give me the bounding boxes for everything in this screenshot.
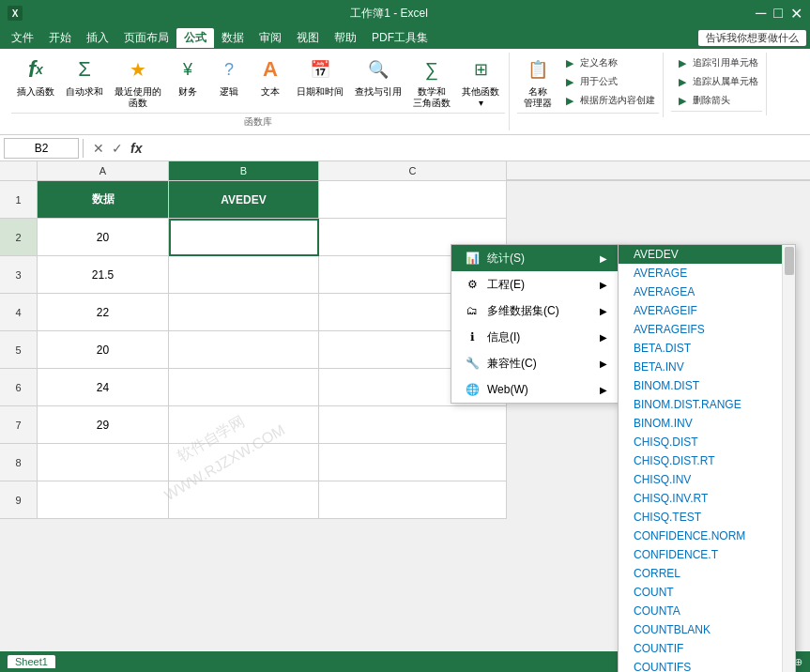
menu-home[interactable]: 开始 (41, 28, 79, 48)
fn-AVEDEV[interactable]: AVEDEV (619, 245, 795, 264)
fn-BINOM.DIST[interactable]: BINOM.DIST (619, 376, 795, 395)
scrollbar[interactable] (782, 245, 795, 672)
lookup-button[interactable]: 🔍 查找与引用 (349, 53, 407, 99)
fn-CORREL[interactable]: CORREL (619, 564, 795, 583)
col-header-B[interactable]: B (169, 161, 319, 180)
fn-CHISQ.TEST[interactable]: CHISQ.TEST (619, 508, 795, 527)
dropdown-compatibility[interactable]: 🔧 兼容性(C) ▶ (451, 350, 619, 376)
cell-A7[interactable]: 29 (38, 406, 169, 444)
col-header-A[interactable]: A (38, 161, 169, 180)
recent-functions-button[interactable]: ★ 最近使用的函数 (109, 53, 167, 111)
cell-A6[interactable]: 24 (38, 369, 169, 406)
cell-A4[interactable]: 22 (38, 294, 169, 331)
menu-formula[interactable]: 公式 (176, 28, 214, 48)
confirm-formula-icon[interactable]: ✓ (110, 141, 125, 156)
math-button[interactable]: ∑ 数学和三角函数 (407, 53, 456, 111)
menu-insert[interactable]: 插入 (79, 28, 116, 48)
use-in-formula-button[interactable]: ▶ 用于公式 (558, 73, 659, 90)
fn-COUNT[interactable]: COUNT (619, 583, 795, 602)
fn-BINOM.DIST.RANGE[interactable]: BINOM.DIST.RANGE (619, 395, 795, 414)
cell-A1[interactable]: 数据 (38, 181, 169, 219)
fn-AVERAGEIFS[interactable]: AVERAGEIFS (619, 320, 795, 339)
cell-C7[interactable] (319, 406, 507, 444)
close-icon[interactable]: ✕ (790, 5, 802, 23)
cell-B9[interactable] (169, 481, 319, 519)
menu-file[interactable]: 文件 (4, 28, 41, 48)
name-box[interactable] (4, 138, 79, 159)
insert-function-formula-icon[interactable]: fx (129, 141, 144, 156)
cell-A5[interactable]: 20 (38, 331, 169, 369)
fn-AVERAGEIF[interactable]: AVERAGEIF (619, 301, 795, 320)
insert-function-button[interactable]: fx 插入函数 (11, 53, 60, 99)
other-functions-button[interactable]: ⊞ 其他函数▾ (456, 53, 505, 111)
maximize-icon[interactable]: □ (773, 5, 783, 23)
fn-CHISQ.INV.RT[interactable]: CHISQ.INV.RT (619, 489, 795, 508)
fn-BETA.DIST[interactable]: BETA.DIST (619, 339, 795, 358)
cell-C9[interactable] (319, 481, 507, 519)
cell-C1[interactable] (319, 181, 507, 219)
fn-COUNTA[interactable]: COUNTA (619, 602, 795, 620)
dropdown-statistics[interactable]: 📊 统计(S) ▶ (451, 245, 619, 271)
fn-BINOM.INV[interactable]: BINOM.INV (619, 414, 795, 433)
logic-button[interactable]: ? 逻辑 (208, 53, 250, 99)
fn-COUNTBLANK[interactable]: COUNTBLANK (619, 620, 795, 639)
minimize-icon[interactable]: ─ (756, 5, 766, 23)
cell-B6[interactable] (169, 369, 319, 406)
menu-page-layout[interactable]: 页面布局 (116, 28, 176, 48)
sheet-tab[interactable]: Sheet1 (8, 655, 55, 668)
trace-dependents-button[interactable]: ▶ 追踪从属单元格 (671, 73, 762, 90)
remove-arrows-button[interactable]: ▶ 删除箭头 (671, 92, 762, 109)
define-name-button[interactable]: ▶ 定义名称 (558, 54, 659, 71)
cell-B2[interactable] (169, 219, 319, 256)
name-manager-button[interactable]: 📋 名称管理器 (517, 53, 558, 111)
cell-B1[interactable]: AVEDEV (169, 181, 319, 219)
cell-A8[interactable] (38, 444, 169, 481)
other-functions-menu[interactable]: 📊 统计(S) ▶ ⚙ 工程(E) ▶ 🗂 多维数据集(C) ▶ ℹ 信息(I) (451, 244, 619, 404)
dropdown-engineering[interactable]: ⚙ 工程(E) ▶ (451, 271, 619, 298)
cell-C8[interactable] (319, 444, 507, 481)
autosum-button[interactable]: Σ 自动求和 (60, 53, 109, 99)
cell-B4[interactable] (169, 294, 319, 331)
grid: 数据 AVEDEV 20 21.5 (38, 181, 507, 519)
fn-CONFIDENCE.NORM[interactable]: CONFIDENCE.NORM (619, 527, 795, 545)
cell-B5[interactable] (169, 331, 319, 369)
menu-help[interactable]: 帮助 (327, 28, 364, 48)
functions-submenu[interactable]: AVEDEV AVERAGE AVERAGEA AVERAGEIF AVERAG… (618, 244, 796, 672)
fn-CHISQ.DIST.RT[interactable]: CHISQ.DIST.RT (619, 451, 795, 470)
fn-AVERAGEA[interactable]: AVERAGEA (619, 283, 795, 301)
cell-B7[interactable] (169, 406, 319, 444)
cell-B3[interactable] (169, 256, 319, 294)
cell-A9[interactable] (38, 481, 169, 519)
fn-CONFIDENCE.T[interactable]: CONFIDENCE.T (619, 545, 795, 564)
menu-review[interactable]: 审阅 (252, 28, 289, 48)
scrollbar-thumb[interactable] (785, 247, 794, 275)
col-header-C[interactable]: C (319, 161, 507, 180)
menu-pdf[interactable]: PDF工具集 (364, 28, 436, 48)
formula-input[interactable] (147, 142, 806, 155)
fn-COUNTIFS[interactable]: COUNTIFS (619, 658, 795, 672)
search-box[interactable]: 告诉我你想要做什么 (698, 30, 806, 46)
dropdown-cube[interactable]: 🗂 多维数据集(C) ▶ (451, 298, 619, 324)
cell-A3[interactable]: 21.5 (38, 256, 169, 294)
dropdown-web[interactable]: 🌐 Web(W) ▶ (451, 376, 619, 403)
cell-B8[interactable] (169, 444, 319, 481)
menu-data[interactable]: 数据 (214, 28, 252, 48)
fn-CHISQ.INV[interactable]: CHISQ.INV (619, 470, 795, 489)
create-from-selection-button[interactable]: ▶ 根据所选内容创建 (558, 92, 659, 109)
cell-A2[interactable]: 20 (38, 219, 169, 256)
finance-button[interactable]: ¥ 财务 (167, 53, 208, 99)
statistics-arrow: ▶ (600, 253, 607, 264)
menu-view[interactable]: 视图 (289, 28, 327, 48)
fn-CHISQ.DIST[interactable]: CHISQ.DIST (619, 433, 795, 451)
dropdown-info[interactable]: ℹ 信息(I) ▶ (451, 324, 619, 350)
fn-COUNTIF[interactable]: COUNTIF (619, 639, 795, 658)
use-in-formula-icon: ▶ (562, 74, 577, 89)
text-button[interactable]: A 文本 (250, 53, 291, 99)
table-row: 22 (38, 294, 507, 331)
datetime-button[interactable]: 📅 日期和时间 (291, 53, 349, 99)
trace-precedents-button[interactable]: ▶ 追踪引用单元格 (671, 54, 762, 71)
cancel-formula-icon[interactable]: ✕ (91, 141, 106, 156)
fn-AVERAGE[interactable]: AVERAGE (619, 264, 795, 283)
fn-BETA.INV[interactable]: BETA.INV (619, 358, 795, 376)
formula-icons: ✕ ✓ fx (91, 141, 144, 156)
